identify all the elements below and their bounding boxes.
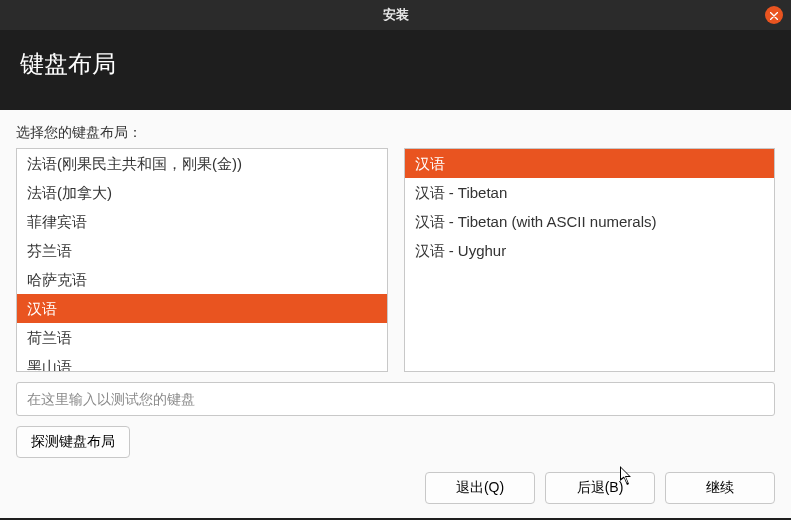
variant-item[interactable]: 汉语 - Tibetan — [405, 178, 775, 207]
lists-row: 法语(刚果民主共和国，刚果(金))法语(加拿大)菲律宾语芬兰语哈萨克语汉语荷兰语… — [16, 148, 775, 372]
content: 选择您的键盘布局： 法语(刚果民主共和国，刚果(金))法语(加拿大)菲律宾语芬兰… — [0, 110, 791, 518]
close-button[interactable] — [765, 6, 783, 24]
variant-item[interactable]: 汉语 - Uyghur — [405, 236, 775, 265]
footer-buttons: 退出(Q) 后退(B) 继续 — [425, 472, 775, 504]
layout-item[interactable]: 菲律宾语 — [17, 207, 387, 236]
layout-item[interactable]: 黑山语 — [17, 352, 387, 372]
variant-item[interactable]: 汉语 — [405, 149, 775, 178]
window-title: 安装 — [383, 6, 409, 24]
header: 键盘布局 — [0, 30, 791, 110]
back-button[interactable]: 后退(B) — [545, 472, 655, 504]
page-title: 键盘布局 — [20, 48, 771, 80]
titlebar: 安装 — [0, 0, 791, 30]
variant-item[interactable]: 汉语 - Tibetan (with ASCII numerals) — [405, 207, 775, 236]
variant-listbox[interactable]: 汉语汉语 - Tibetan汉语 - Tibetan (with ASCII n… — [404, 148, 776, 372]
detect-layout-button[interactable]: 探测键盘布局 — [16, 426, 130, 458]
layout-item[interactable]: 荷兰语 — [17, 323, 387, 352]
layout-item[interactable]: 法语(加拿大) — [17, 178, 387, 207]
layout-item[interactable]: 法语(刚果民主共和国，刚果(金)) — [17, 149, 387, 178]
prompt-label: 选择您的键盘布局： — [16, 124, 775, 142]
layout-item[interactable]: 哈萨克语 — [17, 265, 387, 294]
continue-button[interactable]: 继续 — [665, 472, 775, 504]
layout-item[interactable]: 芬兰语 — [17, 236, 387, 265]
close-icon — [770, 8, 778, 23]
layout-listbox[interactable]: 法语(刚果民主共和国，刚果(金))法语(加拿大)菲律宾语芬兰语哈萨克语汉语荷兰语… — [16, 148, 388, 372]
quit-button[interactable]: 退出(Q) — [425, 472, 535, 504]
layout-item[interactable]: 汉语 — [17, 294, 387, 323]
keyboard-test-input[interactable] — [16, 382, 775, 416]
